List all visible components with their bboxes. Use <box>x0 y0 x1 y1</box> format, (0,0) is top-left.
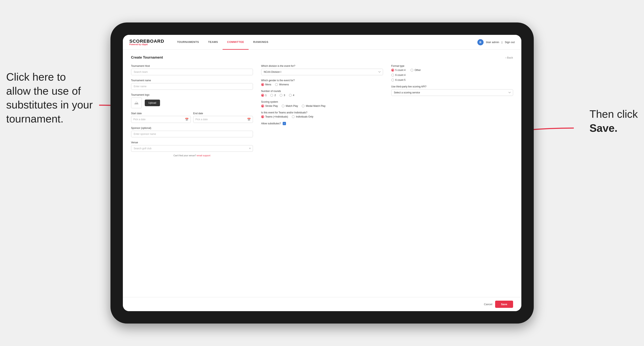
format-other[interactable]: Other <box>410 69 421 72</box>
calendar-icon-start: 📅 <box>185 118 188 121</box>
end-date-group: End date Pick a date 📅 <box>193 112 253 123</box>
sponsor-input[interactable] <box>131 131 253 137</box>
venue-group: Venue ▼ Can't find your venue? email sup… <box>131 141 253 157</box>
rounds-1-radio[interactable] <box>261 94 264 97</box>
content-area: Create Tournament ‹ Back Tournament Host… <box>123 50 521 297</box>
sponsor-label: Sponsor (optional) <box>131 127 253 130</box>
rounds-2-radio[interactable] <box>270 94 273 97</box>
format-6count4-radio[interactable] <box>391 74 394 76</box>
logo-upload-area: ⛰ Upload <box>131 98 253 108</box>
substitutes-checkbox[interactable]: ✓ <box>283 122 286 125</box>
annotation-right: Then click Save. <box>590 107 638 135</box>
nav-committee[interactable]: COMMITTEE <box>222 35 249 50</box>
end-date-placeholder: Pick a date <box>196 118 208 121</box>
scoring-api-select[interactable]: Select a scoring service <box>391 89 513 96</box>
avatar: B <box>477 39 484 45</box>
tournament-logo-group: Tournament logo ⛰ Upload <box>131 93 253 108</box>
tournament-logo-label: Tournament logo <box>131 93 253 96</box>
event-teams[interactable]: Teams (+Individuals) <box>261 115 288 118</box>
tournament-name-input[interactable] <box>131 83 253 90</box>
rounds-group: Number of rounds 1 2 <box>261 90 383 97</box>
format-type-group: Format type 5 count 4 Other <box>391 65 513 81</box>
logo-placeholder-box: ⛰ <box>131 98 142 108</box>
tournament-name-label: Tournament name <box>131 79 253 82</box>
upload-button[interactable]: Upload <box>145 100 160 106</box>
form-footer: Cancel Save <box>123 297 521 311</box>
end-date-input[interactable]: Pick a date 📅 <box>193 116 253 123</box>
format-6count5-radio[interactable] <box>391 79 394 81</box>
logo-scoreboard: SCOREBOARD <box>130 39 164 43</box>
gender-mens[interactable]: Mens <box>261 83 271 86</box>
scoring-system-group: Scoring system Stroke Play Match Play <box>261 100 383 107</box>
scoring-medal-match-radio[interactable] <box>302 105 304 107</box>
nav-separator: | <box>502 41 502 44</box>
format-6count5[interactable]: 6 count 5 <box>391 79 513 81</box>
nav-tournaments[interactable]: TOURNAMENTS <box>172 35 204 50</box>
event-individuals-radio[interactable] <box>292 115 295 118</box>
format-5count4[interactable]: 5 count 4 <box>391 69 406 72</box>
format-6count4[interactable]: 6 count 4 <box>391 74 513 76</box>
event-teams-radio[interactable] <box>261 115 264 118</box>
rounds-3-radio[interactable] <box>280 94 282 97</box>
gender-womens-label: Womens <box>279 83 289 86</box>
event-individuals[interactable]: Individuals Only <box>292 115 314 118</box>
form-col-1: Tournament Host Tournament name Tourname… <box>131 65 253 157</box>
navbar: SCOREBOARD Powered by clippd TOURNAMENTS… <box>123 35 521 50</box>
scoring-match-radio[interactable] <box>282 105 284 107</box>
sign-out-link[interactable]: Sign out <box>505 41 515 44</box>
start-date-placeholder: Pick a date <box>134 118 146 121</box>
format-5count4-radio[interactable] <box>391 69 394 72</box>
email-support-link[interactable]: email support <box>197 154 210 157</box>
tournament-host-label: Tournament Host <box>131 65 253 67</box>
gender-womens-radio[interactable] <box>275 83 278 86</box>
scoring-stroke-radio[interactable] <box>261 105 264 107</box>
format-type-label: Format type <box>391 65 513 67</box>
scoring-api-group: Use third-party live scoring API? Select… <box>391 85 513 96</box>
rounds-4-radio[interactable] <box>289 94 292 97</box>
format-other-radio[interactable] <box>410 69 413 72</box>
calendar-icon-end: 📅 <box>247 118 251 121</box>
nav-rankings[interactable]: RANKINGS <box>248 35 273 50</box>
start-date-label: Start date <box>131 112 191 115</box>
date-row: Start date Pick a date 📅 End date <box>131 112 253 123</box>
substitutes-label: Allow substitutes? <box>261 122 281 125</box>
gender-label: Which gender is the event for? <box>261 79 383 82</box>
substitutes-checkbox-item[interactable]: Allow substitutes? ✓ <box>261 122 383 125</box>
cancel-button[interactable]: Cancel <box>484 303 492 306</box>
annotation-left: Click here to allow the use of substitut… <box>6 70 93 126</box>
tournament-host-group: Tournament Host <box>131 65 253 75</box>
form-col-3: Format type 5 count 4 Other <box>391 65 513 157</box>
start-date-input[interactable]: Pick a date 📅 <box>131 116 191 123</box>
page-header: Create Tournament ‹ Back <box>131 55 513 60</box>
page-title: Create Tournament <box>131 55 163 60</box>
division-label: Which division is the event for? <box>261 65 383 67</box>
tournament-name-group: Tournament name <box>131 79 253 90</box>
logo-powered: Powered by clippd <box>130 43 164 46</box>
event-type-group: Is this event for Teams and/or Individua… <box>261 111 383 118</box>
back-link[interactable]: ‹ Back <box>506 56 513 59</box>
rounds-2[interactable]: 2 <box>270 94 276 97</box>
division-select[interactable]: NCAA Division I <box>261 69 383 75</box>
gender-mens-label: Mens <box>265 83 271 86</box>
scoring-api-label: Use third-party live scoring API? <box>391 85 513 88</box>
end-date-label: End date <box>193 112 253 115</box>
event-type-label: Is this event for Teams and/or Individua… <box>261 111 383 114</box>
scoring-medal-match[interactable]: Medal Match Play <box>302 105 326 107</box>
start-date-group: Start date Pick a date 📅 <box>131 112 191 123</box>
sponsor-group: Sponsor (optional) <box>131 127 253 137</box>
rounds-3[interactable]: 3 <box>280 94 285 97</box>
tournament-host-input[interactable] <box>131 69 253 75</box>
nav-links: TOURNAMENTS TEAMS COMMITTEE RANKINGS <box>172 35 477 50</box>
nav-teams[interactable]: TEAMS <box>204 35 222 50</box>
gender-mens-radio[interactable] <box>261 83 264 86</box>
tablet-screen: SCOREBOARD Powered by clippd TOURNAMENTS… <box>123 35 521 311</box>
logo-area: SCOREBOARD Powered by clippd <box>130 39 164 46</box>
rounds-4[interactable]: 4 <box>289 94 294 97</box>
save-button[interactable]: Save <box>495 301 513 308</box>
rounds-1[interactable]: 1 <box>261 94 267 97</box>
form-grid: Tournament Host Tournament name Tourname… <box>131 65 513 157</box>
scoring-stroke[interactable]: Stroke Play <box>261 105 278 107</box>
venue-input[interactable] <box>131 145 253 152</box>
scoring-match[interactable]: Match Play <box>282 105 298 107</box>
gender-womens[interactable]: Womens <box>275 83 289 86</box>
